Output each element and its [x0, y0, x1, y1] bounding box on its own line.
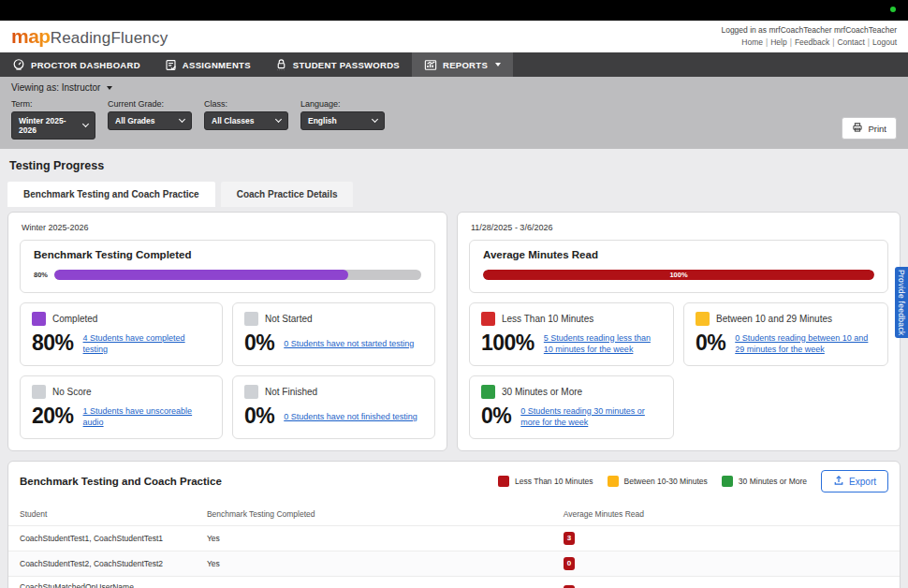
header-links: Home|Help|Feedback|Contact|Logout	[721, 37, 897, 49]
not-finished-students-link[interactable]: 0 Students have not finished testing	[284, 411, 417, 422]
provide-feedback-tab[interactable]: Provide feedback	[895, 267, 908, 338]
legend-label: 30 Minutes or More	[739, 477, 807, 486]
stat-card-between-10-29: Between 10 and 29 Minutes 0% 0 Students …	[683, 302, 888, 366]
class-label: Class:	[204, 99, 288, 109]
nav-label: REPORTS	[443, 60, 488, 70]
stat-label: No Score	[52, 387, 92, 397]
legend-label: Between 10-30 Minutes	[624, 477, 708, 486]
language-select[interactable]: English	[300, 111, 385, 130]
report-tabs: Benchmark Testing and Coach Practice Coa…	[7, 182, 901, 207]
completed-students-link[interactable]: 4 Students have completed testing	[83, 332, 211, 355]
no-score-students-link[interactable]: 1 Students have unscoreable audio	[83, 405, 211, 428]
not-started-swatch	[244, 312, 258, 326]
chevron-down-icon	[275, 116, 282, 123]
nav-reports[interactable]: REPORTS	[412, 52, 513, 77]
main-nav: PROCTOR DASHBOARD ASSIGNMENTS STUDENT PA…	[0, 52, 908, 77]
student-name-cell: CoachStuMatchedOnUserName, CoachStuMatch…	[8, 577, 196, 588]
stat-percent: 20%	[32, 404, 74, 429]
nav-label: ASSIGNMENTS	[183, 60, 251, 70]
help-link[interactable]: Help	[770, 37, 786, 47]
stat-label: 30 Minutes or More	[502, 387, 582, 397]
between-10-29-students-link[interactable]: 0 Students reading between 10 and 29 min…	[735, 332, 876, 355]
less-than-10-students-link[interactable]: 5 Students reading less than 10 minutes …	[544, 332, 662, 355]
term-value: Winter 2025-2026	[19, 116, 83, 135]
minutes-badge: 0	[564, 557, 575, 570]
less-than-10-swatch	[481, 312, 495, 326]
minutes-progress-title: Average Minutes Read	[483, 249, 874, 260]
table-row: CoachStudentTest2, CoachStudentTest2 Yes…	[8, 551, 900, 577]
export-icon	[833, 475, 844, 488]
grade-label: Current Grade:	[108, 99, 192, 109]
progress-fill: 100%	[483, 270, 874, 280]
chevron-down-icon	[495, 63, 501, 66]
table-header-bar: Benchmark Testing and Coach Practice Les…	[8, 462, 900, 501]
nav-proctor-dashboard[interactable]: PROCTOR DASHBOARD	[0, 52, 153, 77]
chevron-down-icon	[82, 121, 89, 127]
app-header: map ReadingFluency Logged in as mrfCoach…	[0, 21, 908, 52]
not-started-students-link[interactable]: 0 Students have not started testing	[284, 338, 414, 349]
language-value: English	[308, 116, 337, 125]
term-label: Term:	[11, 99, 95, 109]
tab-benchmark-and-coach-practice[interactable]: Benchmark Testing and Coach Practice	[7, 182, 215, 207]
legend-label: Less Than 10 Minutes	[515, 477, 593, 486]
map-logo-text: map	[11, 25, 51, 48]
stat-percent: 80%	[32, 331, 74, 356]
benchmark-table-panel: Benchmark Testing and Coach Practice Les…	[7, 461, 901, 588]
feedback-link[interactable]: Feedback	[795, 37, 829, 47]
stat-label: Not Finished	[265, 387, 317, 397]
export-button[interactable]: Export	[821, 470, 888, 492]
link-separator: |	[832, 37, 834, 47]
nav-assignments[interactable]: ASSIGNMENTS	[153, 52, 263, 77]
filters-row: Term: Winter 2025-2026 Current Grade: Al…	[11, 99, 897, 140]
logout-link[interactable]: Logout	[872, 37, 897, 47]
class-value: All Classes	[212, 116, 254, 125]
lock-icon	[275, 58, 287, 71]
stat-card-less-than-10: Less Than 10 Minutes 100% 5 Students rea…	[469, 302, 674, 366]
stat-label: Less Than 10 Minutes	[502, 314, 593, 324]
link-separator: |	[790, 37, 792, 47]
progress-track: 100%	[483, 270, 874, 280]
benchmark-progress-bar: 80%	[34, 270, 421, 280]
app-screen: map ReadingFluency Logged in as mrfCoach…	[0, 0, 908, 588]
viewing-as-dropdown[interactable]: Viewing as: Instructor	[11, 82, 897, 93]
minutes-stats-grid: Less Than 10 Minutes 100% 5 Students rea…	[469, 302, 888, 439]
stat-card-completed: Completed 80% 4 Students have completed …	[20, 302, 223, 366]
main-content: Testing Progress Benchmark Testing and C…	[0, 149, 908, 588]
nav-student-passwords[interactable]: STUDENT PASSWORDS	[263, 52, 412, 77]
nav-label: PROCTOR DASHBOARD	[31, 60, 140, 70]
legend-less-than-10: Less Than 10 Minutes	[498, 476, 593, 487]
browser-topbar	[0, 0, 908, 21]
legend-red-swatch	[498, 476, 509, 487]
dashboard-gauge-icon	[12, 58, 25, 71]
table-column-headers: Student Benchmark Testing Completed Aver…	[8, 501, 900, 526]
benchmark-stats-grid: Completed 80% 4 Students have completed …	[20, 302, 435, 439]
class-filter: Class: All Classes	[204, 99, 288, 140]
stat-percent: 0%	[481, 404, 511, 429]
grade-select[interactable]: All Grades	[108, 111, 192, 130]
30-or-more-students-link[interactable]: 0 Students reading 30 minutes or more fo…	[520, 405, 662, 428]
contact-link[interactable]: Contact	[837, 37, 864, 47]
student-name-cell: CoachStudentTest2, CoachStudentTest2	[8, 551, 196, 577]
link-separator: |	[766, 37, 768, 47]
tab-coach-practice-details[interactable]: Coach Practice Details	[221, 182, 354, 207]
class-select[interactable]: All Classes	[204, 111, 288, 130]
column-benchmark-completed: Benchmark Testing Completed	[196, 501, 552, 526]
print-button[interactable]: Print	[842, 117, 897, 140]
stat-card-not-started: Not Started 0% 0 Students have not start…	[232, 302, 435, 366]
legend-between-10-30: Between 10-30 Minutes	[608, 476, 708, 487]
benchmark-progress-card: Benchmark Testing Completed 80%	[20, 240, 435, 293]
home-link[interactable]: Home	[741, 37, 763, 47]
student-name-cell: CoachStudentTest1, CoachStudentTest1	[8, 526, 196, 551]
legend-yellow-swatch	[608, 476, 619, 487]
minutes-badge: 3	[564, 532, 575, 545]
term-select[interactable]: Winter 2025-2026	[11, 111, 95, 140]
nav-label: STUDENT PASSWORDS	[293, 60, 400, 70]
benchmark-progress-title: Benchmark Testing Completed	[34, 249, 421, 260]
minutes-bar-label: 100%	[483, 270, 874, 280]
completed-cell: Yes	[196, 526, 552, 551]
date-range-sublabel: 11/28/2025 - 3/6/2026	[471, 223, 888, 232]
stat-percent: 0%	[244, 404, 274, 429]
progress-fill	[54, 270, 348, 280]
stat-label: Completed	[52, 314, 97, 324]
30-or-more-swatch	[481, 385, 495, 399]
